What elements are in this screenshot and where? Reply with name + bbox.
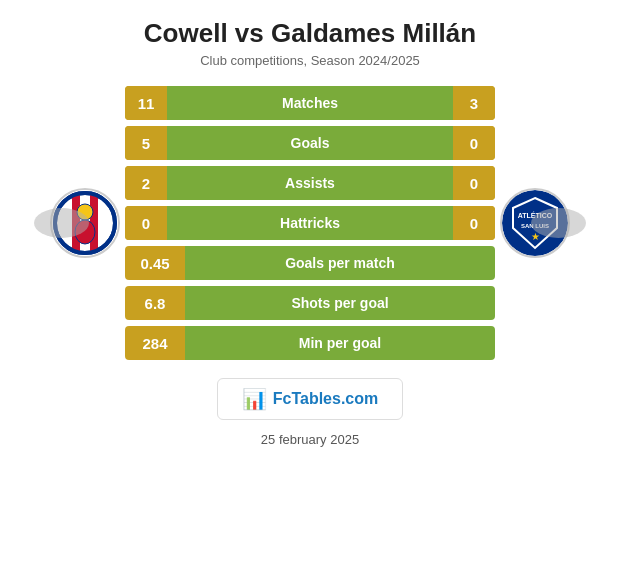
footer-date: 25 february 2025 xyxy=(261,432,359,447)
stat-row-assists: 2 Assists 0 xyxy=(125,166,495,200)
stat-goals-per-match-label: Goals per match xyxy=(185,246,495,280)
stat-matches-right: 3 xyxy=(453,86,495,120)
page-title: Cowell vs Galdames Millán xyxy=(144,18,476,49)
banner-icon: 📊 xyxy=(242,387,267,411)
stat-min-per-goal-label: Min per goal xyxy=(185,326,495,360)
fctables-banner[interactable]: 📊 FcTables.com xyxy=(217,378,404,420)
stat-hattricks-label: Hattricks xyxy=(167,206,453,240)
stat-assists-label: Assists xyxy=(167,166,453,200)
stat-shots-per-goal-label: Shots per goal xyxy=(185,286,495,320)
left-wing-decoration xyxy=(34,208,89,238)
page: Cowell vs Galdames Millán Club competiti… xyxy=(0,0,620,580)
stat-min-per-goal-val: 284 xyxy=(125,326,185,360)
banner-text: FcTables.com xyxy=(273,390,379,408)
stats-section: 11 Matches 3 5 Goals 0 2 Assists 0 0 Hat… xyxy=(125,86,495,360)
stat-matches-label: Matches xyxy=(167,86,453,120)
stat-row-goals: 5 Goals 0 xyxy=(125,126,495,160)
stat-row-shots-per-goal: 6.8 Shots per goal xyxy=(125,286,495,320)
stat-assists-left: 2 xyxy=(125,166,167,200)
page-subtitle: Club competitions, Season 2024/2025 xyxy=(200,53,420,68)
main-content: 11 Matches 3 5 Goals 0 2 Assists 0 0 Hat… xyxy=(20,86,600,360)
stat-goals-label: Goals xyxy=(167,126,453,160)
stat-assists-right: 0 xyxy=(453,166,495,200)
stat-hattricks-right: 0 xyxy=(453,206,495,240)
stat-hattricks-left: 0 xyxy=(125,206,167,240)
stat-row-hattricks: 0 Hattricks 0 xyxy=(125,206,495,240)
stat-row-min-per-goal: 284 Min per goal xyxy=(125,326,495,360)
stat-row-matches: 11 Matches 3 xyxy=(125,86,495,120)
stat-matches-left: 11 xyxy=(125,86,167,120)
stat-goals-left: 5 xyxy=(125,126,167,160)
right-wing-decoration xyxy=(531,208,586,238)
stat-shots-per-goal-val: 6.8 xyxy=(125,286,185,320)
stat-goals-per-match-val: 0.45 xyxy=(125,246,185,280)
stat-row-goals-per-match: 0.45 Goals per match xyxy=(125,246,495,280)
stat-goals-right: 0 xyxy=(453,126,495,160)
